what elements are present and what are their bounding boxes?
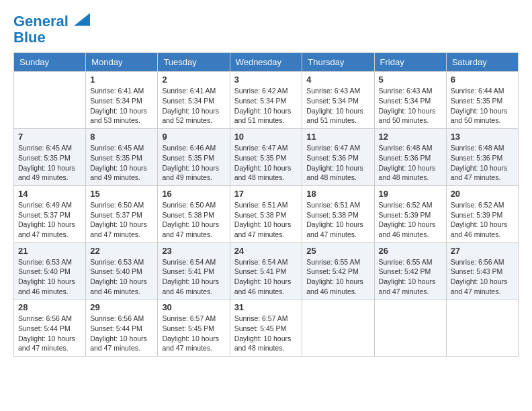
weekday-header-row: SundayMondayTuesdayWednesdayThursdayFrid…	[14, 53, 519, 72]
day-info: Sunrise: 6:48 AM Sunset: 5:36 PM Dayligh…	[451, 143, 514, 183]
day-info: Sunrise: 6:57 AM Sunset: 5:45 PM Dayligh…	[234, 314, 298, 353]
day-number: 22	[90, 246, 153, 256]
day-number: 19	[379, 189, 442, 199]
day-number: 1	[90, 75, 153, 85]
day-cell: 8Sunrise: 6:45 AM Sunset: 5:35 PM Daylig…	[86, 129, 158, 186]
day-cell: 7Sunrise: 6:45 AM Sunset: 5:35 PM Daylig…	[14, 129, 86, 186]
weekday-sunday: Sunday	[14, 53, 86, 72]
week-row-4: 21Sunrise: 6:53 AM Sunset: 5:40 PM Dayli…	[14, 242, 519, 300]
day-cell: 31Sunrise: 6:57 AM Sunset: 5:45 PM Dayli…	[230, 300, 302, 357]
logo-icon	[74, 13, 90, 26]
day-info: Sunrise: 6:49 AM Sunset: 5:37 PM Dayligh…	[18, 200, 81, 240]
day-info: Sunrise: 6:52 AM Sunset: 5:39 PM Dayligh…	[451, 200, 514, 240]
day-number: 31	[234, 302, 298, 312]
day-cell	[14, 72, 86, 129]
day-cell: 15Sunrise: 6:50 AM Sunset: 5:37 PM Dayli…	[86, 185, 158, 242]
day-number: 16	[162, 189, 225, 199]
day-info: Sunrise: 6:53 AM Sunset: 5:40 PM Dayligh…	[18, 257, 81, 297]
day-number: 23	[162, 246, 225, 256]
day-info: Sunrise: 6:45 AM Sunset: 5:35 PM Dayligh…	[90, 143, 153, 183]
day-info: Sunrise: 6:51 AM Sunset: 5:38 PM Dayligh…	[234, 200, 298, 240]
day-cell: 24Sunrise: 6:54 AM Sunset: 5:41 PM Dayli…	[230, 242, 302, 300]
day-cell: 16Sunrise: 6:50 AM Sunset: 5:38 PM Dayli…	[158, 185, 230, 242]
week-row-1: 1Sunrise: 6:41 AM Sunset: 5:34 PM Daylig…	[14, 72, 519, 129]
logo-line2: Blue	[13, 30, 90, 46]
day-info: Sunrise: 6:53 AM Sunset: 5:40 PM Dayligh…	[90, 257, 153, 297]
day-info: Sunrise: 6:45 AM Sunset: 5:35 PM Dayligh…	[18, 143, 81, 183]
day-number: 6	[451, 75, 514, 85]
day-info: Sunrise: 6:54 AM Sunset: 5:41 PM Dayligh…	[234, 257, 298, 297]
weekday-friday: Friday	[374, 53, 446, 72]
day-number: 24	[234, 246, 298, 256]
day-number: 10	[234, 132, 298, 142]
day-cell: 11Sunrise: 6:47 AM Sunset: 5:36 PM Dayli…	[302, 129, 374, 186]
day-info: Sunrise: 6:50 AM Sunset: 5:38 PM Dayligh…	[162, 200, 225, 240]
day-cell: 26Sunrise: 6:55 AM Sunset: 5:42 PM Dayli…	[374, 242, 446, 300]
day-cell: 5Sunrise: 6:43 AM Sunset: 5:34 PM Daylig…	[374, 72, 446, 129]
day-cell: 10Sunrise: 6:47 AM Sunset: 5:35 PM Dayli…	[230, 129, 302, 186]
day-number: 20	[451, 189, 514, 199]
day-info: Sunrise: 6:52 AM Sunset: 5:39 PM Dayligh…	[379, 200, 442, 240]
day-number: 11	[306, 132, 369, 142]
day-cell: 17Sunrise: 6:51 AM Sunset: 5:38 PM Dayli…	[230, 185, 302, 242]
day-number: 25	[306, 246, 369, 256]
day-cell: 28Sunrise: 6:56 AM Sunset: 5:44 PM Dayli…	[14, 300, 86, 357]
day-info: Sunrise: 6:43 AM Sunset: 5:34 PM Dayligh…	[306, 86, 369, 126]
page-header: General Blue	[13, 13, 519, 46]
day-cell: 9Sunrise: 6:46 AM Sunset: 5:35 PM Daylig…	[158, 129, 230, 186]
day-number: 30	[162, 302, 225, 312]
day-info: Sunrise: 6:51 AM Sunset: 5:38 PM Dayligh…	[306, 200, 369, 240]
day-number: 4	[306, 75, 369, 85]
day-cell: 25Sunrise: 6:55 AM Sunset: 5:42 PM Dayli…	[302, 242, 374, 300]
day-info: Sunrise: 6:43 AM Sunset: 5:34 PM Dayligh…	[379, 86, 442, 126]
day-cell: 3Sunrise: 6:42 AM Sunset: 5:34 PM Daylig…	[230, 72, 302, 129]
day-cell: 4Sunrise: 6:43 AM Sunset: 5:34 PM Daylig…	[302, 72, 374, 129]
logo: General Blue	[13, 13, 90, 46]
weekday-wednesday: Wednesday	[230, 53, 302, 72]
weekday-saturday: Saturday	[446, 53, 518, 72]
day-number: 18	[306, 189, 369, 199]
day-cell: 1Sunrise: 6:41 AM Sunset: 5:34 PM Daylig…	[86, 72, 158, 129]
day-info: Sunrise: 6:56 AM Sunset: 5:44 PM Dayligh…	[90, 314, 153, 353]
day-number: 28	[18, 302, 81, 312]
week-row-3: 14Sunrise: 6:49 AM Sunset: 5:37 PM Dayli…	[14, 185, 519, 242]
day-info: Sunrise: 6:50 AM Sunset: 5:37 PM Dayligh…	[90, 200, 153, 240]
day-number: 5	[379, 75, 442, 85]
day-info: Sunrise: 6:55 AM Sunset: 5:42 PM Dayligh…	[379, 257, 442, 297]
day-number: 21	[18, 246, 81, 256]
day-cell: 6Sunrise: 6:44 AM Sunset: 5:35 PM Daylig…	[446, 72, 518, 129]
day-cell	[446, 300, 518, 357]
day-number: 29	[90, 302, 153, 312]
day-number: 12	[379, 132, 442, 142]
day-number: 7	[18, 132, 81, 142]
day-cell: 20Sunrise: 6:52 AM Sunset: 5:39 PM Dayli…	[446, 185, 518, 242]
day-info: Sunrise: 6:48 AM Sunset: 5:36 PM Dayligh…	[379, 143, 442, 183]
day-cell: 29Sunrise: 6:56 AM Sunset: 5:44 PM Dayli…	[86, 300, 158, 357]
day-info: Sunrise: 6:56 AM Sunset: 5:43 PM Dayligh…	[451, 257, 514, 297]
day-cell: 2Sunrise: 6:41 AM Sunset: 5:34 PM Daylig…	[158, 72, 230, 129]
day-cell: 27Sunrise: 6:56 AM Sunset: 5:43 PM Dayli…	[446, 242, 518, 300]
day-number: 17	[234, 189, 298, 199]
day-cell: 12Sunrise: 6:48 AM Sunset: 5:36 PM Dayli…	[374, 129, 446, 186]
day-cell: 21Sunrise: 6:53 AM Sunset: 5:40 PM Dayli…	[14, 242, 86, 300]
svg-marker-0	[74, 13, 90, 26]
day-cell: 14Sunrise: 6:49 AM Sunset: 5:37 PM Dayli…	[14, 185, 86, 242]
day-info: Sunrise: 6:42 AM Sunset: 5:34 PM Dayligh…	[234, 86, 298, 126]
day-info: Sunrise: 6:41 AM Sunset: 5:34 PM Dayligh…	[90, 86, 153, 126]
week-row-5: 28Sunrise: 6:56 AM Sunset: 5:44 PM Dayli…	[14, 300, 519, 357]
day-cell: 19Sunrise: 6:52 AM Sunset: 5:39 PM Dayli…	[374, 185, 446, 242]
day-number: 3	[234, 75, 298, 85]
day-number: 9	[162, 132, 225, 142]
day-info: Sunrise: 6:56 AM Sunset: 5:44 PM Dayligh…	[18, 314, 81, 353]
weekday-thursday: Thursday	[302, 53, 374, 72]
day-info: Sunrise: 6:47 AM Sunset: 5:35 PM Dayligh…	[234, 143, 298, 183]
weekday-monday: Monday	[86, 53, 158, 72]
day-cell: 30Sunrise: 6:57 AM Sunset: 5:45 PM Dayli…	[158, 300, 230, 357]
day-number: 27	[451, 246, 514, 256]
day-number: 15	[90, 189, 153, 199]
day-number: 13	[451, 132, 514, 142]
day-info: Sunrise: 6:44 AM Sunset: 5:35 PM Dayligh…	[451, 86, 514, 126]
day-info: Sunrise: 6:47 AM Sunset: 5:36 PM Dayligh…	[306, 143, 369, 183]
logo-text: General	[13, 13, 90, 30]
day-cell: 13Sunrise: 6:48 AM Sunset: 5:36 PM Dayli…	[446, 129, 518, 186]
